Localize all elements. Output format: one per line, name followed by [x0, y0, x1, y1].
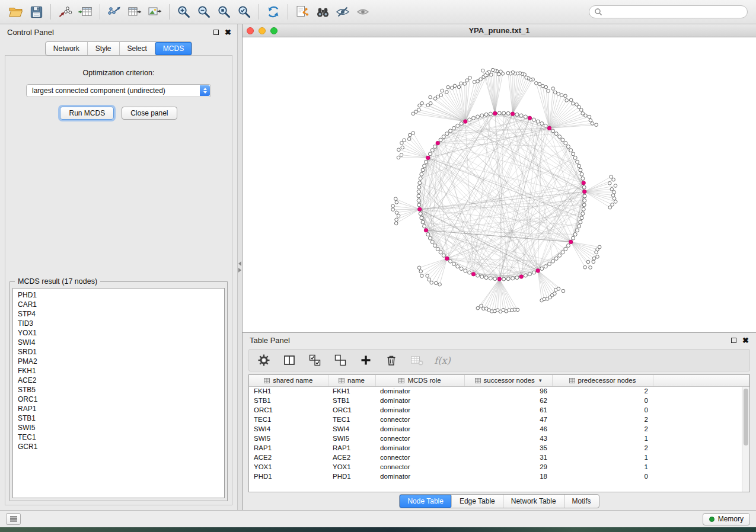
table-scrollbar[interactable]	[742, 387, 749, 492]
panel-menu-button[interactable]	[6, 513, 21, 525]
import-network-button[interactable]	[55, 2, 75, 21]
table-row[interactable]: ACE2ACE2connector311	[249, 453, 749, 462]
memory-button[interactable]: Memory	[703, 513, 750, 525]
table-row[interactable]: STB1STB1dominator620	[249, 396, 749, 405]
export-network-button[interactable]	[104, 2, 125, 21]
search-objects-button[interactable]	[312, 2, 333, 21]
table-row[interactable]: PHD1PHD1dominator180	[249, 472, 749, 481]
show-graphics-details-button[interactable]	[353, 2, 373, 21]
table-panel-header: Table Panel ✖	[243, 333, 756, 348]
table-row[interactable]: RAP1RAP1dominator352	[249, 443, 749, 453]
mcds-result-item[interactable]: PHD1	[13, 290, 224, 300]
column-type-icon	[569, 378, 575, 383]
search-input[interactable]	[602, 8, 742, 16]
mcds-result-item[interactable]: SWI5	[13, 423, 224, 432]
tab-edge-table[interactable]: Edge Table	[452, 495, 503, 508]
network-nodes[interactable]	[391, 68, 617, 313]
table-settings-button[interactable]	[256, 352, 272, 368]
memory-status-icon	[709, 517, 714, 522]
zoom-fit-button[interactable]	[234, 2, 254, 21]
table-cell: 43	[464, 434, 552, 443]
optimization-criterion-select[interactable]: largest connected component (undirected)	[26, 84, 211, 97]
mcds-result-item[interactable]: SRD1	[13, 347, 224, 357]
hide-graphics-details-button[interactable]	[333, 2, 353, 21]
column-header[interactable]: successor nodes▾	[464, 375, 552, 386]
mcds-result-list[interactable]: PHD1CAR1STP4TID3YOX1SWI4SRD1PMA2FKH1ACE2…	[12, 288, 225, 498]
delete-column-button[interactable]	[384, 352, 399, 368]
table-row[interactable]: SWI5SWI5connector431	[249, 434, 749, 443]
table-tabbar: Node Table Edge Table Network Table Moti…	[243, 492, 756, 510]
column-header[interactable]: MCDS role	[375, 375, 464, 386]
mcds-result-item[interactable]: TID3	[13, 319, 224, 328]
tab-network[interactable]: Network	[46, 42, 88, 55]
select-all-button[interactable]	[307, 352, 323, 368]
column-menu-icon[interactable]: ▾	[539, 377, 542, 383]
close-panel-button[interactable]: ✖	[225, 28, 231, 36]
mcds-result-item[interactable]: GCR1	[13, 442, 224, 451]
refresh-button[interactable]	[263, 2, 283, 21]
vertical-splitter[interactable]	[237, 24, 242, 510]
table-row[interactable]: SWI4SWI4dominator462	[249, 424, 749, 434]
zoom-in-button[interactable]	[174, 2, 194, 21]
run-mcds-button[interactable]: Run MCDS	[60, 107, 114, 120]
table-row[interactable]: TEC1TEC1connector472	[249, 415, 749, 424]
column-header[interactable]: shared name	[249, 375, 328, 386]
mcds-result-item[interactable]: TEC1	[13, 432, 224, 442]
close-window-icon[interactable]	[247, 27, 254, 34]
tab-network-table[interactable]: Network Table	[503, 495, 564, 508]
refresh-icon	[266, 4, 281, 20]
mcds-result-item[interactable]: FKH1	[13, 366, 224, 376]
float-panel-button[interactable]	[213, 30, 219, 35]
mcds-result-item[interactable]: STB1	[13, 414, 224, 423]
zoom-selected-button[interactable]	[214, 2, 234, 21]
mcds-result-item[interactable]: ORC1	[13, 395, 224, 404]
export-image-button[interactable]	[145, 2, 165, 21]
column-header[interactable]: predecessor nodes	[552, 375, 653, 386]
scrollbar-thumb[interactable]	[744, 389, 748, 446]
tab-motifs[interactable]: Motifs	[564, 495, 599, 508]
table-cell: connector	[375, 415, 464, 424]
tab-mcds[interactable]: MCDS	[155, 42, 192, 55]
share-document-button[interactable]	[292, 2, 312, 21]
table-panel-title: Table Panel	[250, 336, 290, 345]
zoom-out-button[interactable]	[194, 2, 214, 21]
mcds-result-item[interactable]: ACE2	[13, 376, 224, 385]
table-cell: dominator	[375, 396, 464, 405]
import-table-button[interactable]	[75, 2, 95, 21]
column-header[interactable]: name	[328, 375, 375, 386]
network-canvas[interactable]	[243, 37, 756, 332]
tab-node-table[interactable]: Node Table	[400, 495, 452, 508]
tab-select[interactable]: Select	[120, 42, 155, 55]
table-row[interactable]: FKH1FKH1dominator962	[249, 386, 749, 396]
table-cell: TEC1	[249, 415, 328, 424]
column-header-filler	[653, 375, 749, 386]
open-file-button[interactable]	[6, 2, 26, 21]
mcds-result-item[interactable]: STB5	[13, 385, 224, 395]
maximize-window-icon[interactable]	[270, 27, 277, 34]
table-row[interactable]: ORC1ORC1dominator610	[249, 405, 749, 415]
table-row[interactable]: YOX1YOX1connector291	[249, 462, 749, 472]
float-table-panel-button[interactable]	[731, 338, 736, 343]
eye-icon	[355, 4, 371, 20]
mcds-result-item[interactable]: CAR1	[13, 300, 224, 309]
save-session-button[interactable]	[26, 2, 46, 21]
network-graph[interactable]	[243, 37, 756, 332]
tab-style[interactable]: Style	[88, 42, 120, 55]
mcds-result-item[interactable]: SWI4	[13, 338, 224, 347]
table-cell: 46	[464, 424, 552, 434]
network-window-titlebar[interactable]: YPA_prune.txt_1	[243, 24, 756, 37]
close-panel-action-button[interactable]: Close panel	[122, 107, 177, 120]
mcds-result-item[interactable]: YOX1	[13, 328, 224, 338]
minimize-window-icon[interactable]	[259, 27, 266, 34]
mcds-result-item[interactable]: PMA2	[13, 357, 224, 366]
splitter-handle-icon[interactable]	[238, 261, 241, 273]
deselect-all-icon	[334, 354, 347, 367]
mcds-result-item[interactable]: STP4	[13, 309, 224, 319]
mcds-result-item[interactable]: RAP1	[13, 404, 224, 414]
export-table-button[interactable]	[125, 2, 145, 21]
deselect-all-button[interactable]	[333, 352, 348, 368]
show-columns-button[interactable]	[282, 352, 297, 368]
add-column-button[interactable]	[358, 352, 374, 368]
close-table-panel-button[interactable]: ✖	[742, 336, 749, 344]
search-field[interactable]	[589, 5, 748, 18]
